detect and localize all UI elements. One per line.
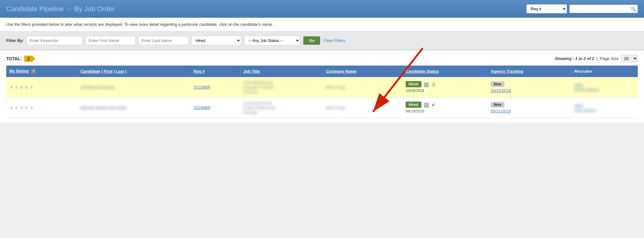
recruiter-link-1[interactable]: John (574, 82, 635, 87)
page-size-label: Page Size (600, 56, 619, 61)
filter-label: Filter By: (6, 38, 24, 43)
star-4: ★ (24, 84, 29, 90)
company-cell: Wells Fargo (323, 77, 402, 98)
last-name-input[interactable] (139, 36, 188, 45)
hired-badge: Hired (406, 102, 421, 108)
first-name-input[interactable] (86, 36, 136, 45)
keywords-input[interactable] (27, 36, 83, 45)
candidate-name-link[interactable]: Christina Gonzalez (80, 85, 187, 89)
status-row: Hired 🏢 ✔ (406, 102, 485, 108)
main-content: TOTAL: 2 Showing : 1 to 2 of 2 | Page Si… (0, 50, 644, 122)
col-last-link[interactable]: Last (116, 69, 124, 74)
table-header: My Rating ? Candidate ( First | Last ) R… (6, 66, 638, 77)
col-jobtitle: Job Title (240, 66, 323, 77)
new-badge: New (491, 81, 505, 87)
col-candidate: Candidate ( First | Last ) (77, 66, 191, 77)
star-2: ★ (14, 84, 19, 90)
col-candidate-link[interactable]: Candidate (80, 69, 100, 74)
col-recruiter-label: Recruiter (574, 69, 592, 74)
col-agency: Agency Tracking (488, 66, 571, 77)
showing-text: Showing : 1 to 2 of 2 (555, 56, 594, 61)
col-company: Company Name (323, 66, 402, 77)
star-5: ★ (29, 105, 34, 111)
status-date: 09/19/2018 (406, 109, 485, 113)
star-3: ★ (19, 84, 24, 90)
star-rating[interactable]: ★ ★ ★ ★ ★ (9, 105, 74, 111)
col-status: Candidate Status (402, 66, 488, 77)
status-row: Hired 🏢 ⚠ (406, 81, 485, 87)
col-rating: My Rating ? (6, 66, 77, 77)
table-row: ★ ★ ★ ★ ★ Michael James Alan Ross 22240B… (6, 97, 638, 118)
building-icon: 🏢 (423, 81, 430, 87)
rating-cell: ★ ★ ★ ★ ★ (6, 97, 77, 118)
agency-cell: New 05/11/2018 (488, 97, 571, 118)
recruiter-cell: John Smith Agency (571, 77, 638, 98)
candidate-name-link[interactable]: Michael James Alan Ross (80, 105, 187, 110)
star-2: ★ (14, 105, 19, 111)
candidate-status-select[interactable]: Hired -- Any Candidate Status -- Active … (191, 36, 241, 45)
recruiter-link-2[interactable]: Smith Agency (574, 87, 635, 92)
check-icon: ✔ (431, 102, 435, 108)
job-title-cell: CRE RelationshipManager II-GlobalTreasur… (240, 77, 323, 98)
search-type-select[interactable]: Req # Candidate Name Job Title (527, 4, 567, 13)
app-header: Candidate Pipeline → By Job Order Req # … (0, 0, 644, 18)
job-title-text: CRE RelationshipManager II-GlobalTreasur… (243, 80, 273, 94)
clear-filters-link[interactable]: Clear Filters (323, 38, 345, 43)
total-count-badge: 2 (24, 56, 33, 62)
header-search-input[interactable] (569, 5, 638, 13)
total-left: TOTAL: 2 (6, 56, 33, 62)
agency-date-link[interactable]: 05/11/2018 (491, 109, 511, 113)
info-bar: Use the filters provided below to alter … (0, 18, 644, 31)
col-req-link[interactable]: Req # (194, 69, 205, 74)
col-rating-link[interactable]: My Rating (9, 69, 29, 73)
status-cell: Hired 🏢 ⚠ 10/16/2018 (402, 77, 488, 98)
col-first-link[interactable]: First (104, 69, 113, 74)
col-req: Req # (191, 66, 240, 77)
recruiter-cell: Jane Doe Agency (571, 97, 638, 118)
table-row: ★ ★ ★ ★ ★ Christina Gonzalez 31156BR (6, 77, 638, 98)
col-recruiter: Recruiter (571, 66, 638, 77)
filter-bar: Filter By: Hired -- Any Candidate Status… (0, 31, 644, 50)
req-num-link[interactable]: 22240BR (194, 105, 210, 110)
header-search-area: Req # Candidate Name Job Title 🔍 (527, 4, 638, 13)
star-1: ★ (9, 105, 14, 111)
req-cell: 22240BR (191, 97, 240, 118)
agency-date-link[interactable]: 10/15/2018 (491, 88, 511, 93)
job-status-select[interactable]: -- Any Job Status -- Open Closed (244, 36, 300, 45)
col-agency-link[interactable]: Agency Tracking (491, 69, 523, 74)
warning-icon: ⚠ (431, 81, 436, 87)
company-cell: Wells Fargo (323, 97, 402, 118)
search-button[interactable]: 🔍 (631, 7, 636, 11)
page-title: Candidate Pipeline → By Job Order (6, 5, 115, 13)
job-title-text: Commercial RealEstate RelationshipManage… (243, 101, 275, 115)
req-num-link[interactable]: 31156BR (194, 85, 210, 89)
col-jobtitle-link[interactable]: Job Title (243, 69, 260, 74)
company-name-text: Wells Fargo (326, 85, 346, 89)
rating-help-icon[interactable]: ? (31, 69, 36, 74)
star-rating[interactable]: ★ ★ ★ ★ ★ (9, 84, 74, 90)
hired-badge: Hired (406, 81, 421, 87)
star-3: ★ (19, 105, 24, 111)
new-badge: New (491, 102, 505, 108)
results-table: My Rating ? Candidate ( First | Last ) R… (6, 66, 638, 118)
col-status-link[interactable]: Candidate Status (406, 69, 439, 74)
page-size-select[interactable]: 20 10 50 100 (621, 55, 638, 62)
agency-cell: New 10/15/2018 (488, 77, 571, 98)
recruiter-link-1[interactable]: Jane (574, 103, 635, 108)
company-name-text: Wells Fargo (326, 106, 346, 110)
table-body: ★ ★ ★ ★ ★ Christina Gonzalez 31156BR (6, 77, 638, 118)
recruiter-link-2[interactable]: Doe Agency (574, 108, 635, 112)
candidate-cell: Christina Gonzalez (77, 77, 191, 98)
status-cell: Hired 🏢 ✔ 09/19/2018 (402, 97, 488, 118)
search-input-wrap: 🔍 (569, 5, 638, 13)
pipe-separator: | (596, 56, 597, 61)
star-5: ★ (29, 84, 34, 90)
total-label: TOTAL: (6, 56, 22, 61)
job-title-cell: Commercial RealEstate RelationshipManage… (240, 97, 323, 118)
building-icon: 🏢 (423, 102, 430, 108)
star-4: ★ (24, 105, 29, 111)
showing-info: Showing : 1 to 2 of 2 | Page Size 20 10 … (555, 55, 638, 62)
go-button[interactable]: Go (303, 36, 320, 45)
total-bar: TOTAL: 2 Showing : 1 to 2 of 2 | Page Si… (6, 55, 638, 62)
col-company-link[interactable]: Company Name (326, 69, 356, 74)
